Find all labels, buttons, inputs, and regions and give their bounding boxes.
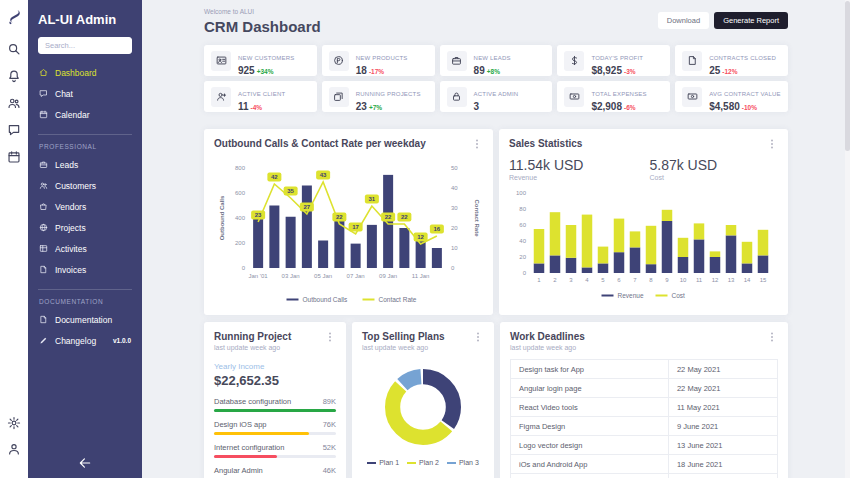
sidebar-item-dashboard[interactable]: Dashboard [28,62,142,83]
stat-label: NEW PRODUCTS [356,55,408,61]
deadlines-table: Design task for App 22 May 2021 Angular … [510,359,778,478]
sales-statistics-chart: 020406080100123456789101112131415Revenue… [509,185,778,307]
search-icon[interactable] [7,42,21,56]
sidebar-item-projects[interactable]: Projects [28,217,142,238]
deadline-row: React Video tools 11 May 2021 [510,398,778,417]
sidebar-item-calendar[interactable]: Calendar [28,104,142,125]
card-title: Work Deadlines [510,331,585,342]
svg-text:10: 10 [680,277,687,283]
sidebar-item-chat[interactable]: Chat [28,83,142,104]
stat-delta: -3% [624,68,636,75]
main-content: Welcome to ALUI CRM Dashboard DownloadGe… [142,0,850,478]
svg-text:4: 4 [585,277,589,283]
kebab-menu-icon[interactable] [471,138,483,150]
sidebar-item-label: Leads [55,160,78,170]
calendar-icon[interactable] [7,150,21,164]
svg-text:Contact Rate: Contact Rate [474,199,480,237]
stat-value: 23+7% [356,101,421,112]
kebab-menu-icon[interactable] [472,331,484,343]
legend-item-plan-1: Plan 1 [367,459,399,466]
revenue-kpi-label: Revenue [509,174,583,181]
stat-label: TODAY'S PROFIT [591,55,643,61]
svg-text:31: 31 [369,196,376,202]
stat-value: 3 [474,101,519,112]
gear-icon[interactable] [7,416,21,430]
progress-fill [214,409,336,412]
sidebar-item-vendors[interactable]: Vendors [28,196,142,217]
stat-value: 11-4% [238,101,285,112]
grid-icon [39,244,48,253]
project-value: 89K [323,397,336,406]
users-icon[interactable] [7,96,21,110]
app-root: AL-UI Admin Dashboard Chat Calendar PROF… [0,0,850,478]
stat-label: TOTAL EXPENSES [591,91,646,97]
deadline-date: 18 June 2021 [668,455,777,473]
sidebar-item-leads[interactable]: Leads [28,154,142,175]
project-value: 52K [323,443,336,452]
bottom-row: Running Project last update week ago Yea… [204,322,788,478]
brand-logo-icon[interactable] [5,8,23,26]
bell-icon[interactable] [7,69,21,83]
svg-text:600: 600 [235,190,246,196]
deadline-task: Logo vector design [511,436,668,454]
svg-text:800: 800 [235,165,246,171]
svg-text:Outbound Calls: Outbound Calls [303,296,349,303]
card-subtitle: last update week ago [214,344,291,351]
charts-row: Outbound Calls & Contact Rate per weekda… [204,129,788,315]
kebab-menu-icon[interactable] [324,331,336,343]
svg-text:03 Jan: 03 Jan [282,273,300,279]
plans-donut-chart [362,359,484,455]
svg-text:200: 200 [235,240,246,246]
cash-icon [682,87,702,107]
svg-text:60: 60 [519,222,526,228]
kebab-menu-icon[interactable] [766,138,778,150]
svg-text:14: 14 [744,277,751,283]
kebab-menu-icon[interactable] [766,331,778,343]
user-card-icon [211,51,231,71]
sidebar-search-input[interactable] [38,37,132,54]
sidebar-collapse-button[interactable] [78,456,92,470]
deadline-task: Design task for App [511,360,668,378]
project-label: Angular Admin [214,466,263,475]
chat-icon[interactable] [7,123,21,137]
version-badge: v1.0.0 [113,337,131,344]
project-progress-list: Database configuration89K Design iOS app… [214,397,336,478]
user-icon[interactable] [7,442,21,456]
sidebar-item-invoices[interactable]: Invoices [28,259,142,280]
progress-track [214,409,336,412]
svg-text:10: 10 [451,245,458,251]
svg-text:Outbound Calls: Outbound Calls [219,195,225,240]
svg-text:35: 35 [287,188,294,194]
generate-report-button[interactable]: Generate Report [714,12,788,29]
sales-kpis: 11.54k USD Revenue 5.87k USD Cost [509,157,778,181]
scrollbar-thumb[interactable] [845,1,850,151]
page-scrollbar[interactable] [845,0,850,478]
svg-text:43: 43 [320,172,327,178]
sidebar-item-customers[interactable]: Customers [28,175,142,196]
svg-text:7: 7 [633,277,637,283]
svg-text:22: 22 [336,214,343,220]
stat-card-today-s-profit: TODAY'S PROFIT $8,925-3% [557,45,670,76]
revenue-kpi-value: 11.54k USD [509,157,583,173]
sidebar-item-documentation[interactable]: Documentation [28,309,142,330]
stat-label: ACTIVE ADMIN [474,91,519,97]
sidebar-item-label: Documentation [55,315,112,325]
svg-text:Jan '01: Jan '01 [249,273,269,279]
sidebar-item-label: Calendar [55,110,90,120]
project-label: Design iOS app [214,420,267,429]
deadline-row: iOs and Android App 18 June 2021 [510,455,778,474]
stat-card-avg-contract-value: AVG CONTRACT VALUE $4,580-10% [675,81,788,112]
download-button[interactable]: Download [658,12,709,29]
nav-section-label: DOCUMENTATION [28,290,142,309]
svg-text:30: 30 [451,205,458,211]
deadline-date: 9 June 2021 [668,417,777,435]
stat-label: RUNNING PROJECTS [356,91,421,97]
cash-icon [564,87,584,107]
sidebar-item-changelog[interactable]: Changelog v1.0.0 [28,330,142,351]
svg-text:12: 12 [712,277,719,283]
deadline-row: Figma Design 9 June 2021 [510,417,778,436]
sidebar-item-activites[interactable]: Activites [28,238,142,259]
deadline-date: 11 May 2021 [668,398,777,416]
svg-text:16: 16 [434,226,441,232]
sidebar-item-label: Vendors [55,202,86,212]
